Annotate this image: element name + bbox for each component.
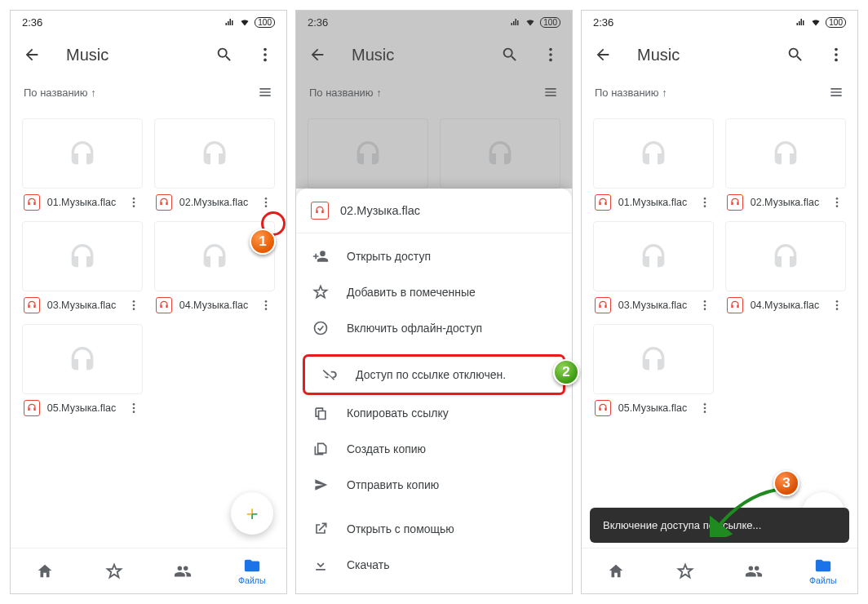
signal-icon [509, 17, 520, 27]
sheet-item-share[interactable]: Открыть доступ [296, 238, 572, 274]
file-name: 04.Музыка.flac [748, 300, 823, 311]
more-icon[interactable] [825, 43, 848, 66]
svg-point-24 [835, 59, 838, 62]
svg-point-6 [265, 198, 268, 200]
sort-row[interactable]: По названию ↑ [296, 76, 572, 109]
snackbar: Включение доступа по ссылке... [590, 508, 849, 543]
back-icon[interactable] [306, 43, 329, 66]
file-more-icon[interactable] [125, 192, 143, 213]
file-item[interactable]: 01.Музыка.flac [593, 118, 714, 213]
nav-home[interactable] [11, 548, 80, 593]
svg-point-37 [704, 403, 706, 406]
view-list-icon[interactable] [542, 84, 559, 100]
nav-home[interactable] [582, 548, 651, 593]
file-more-icon[interactable] [125, 397, 143, 419]
file-more-icon[interactable] [257, 295, 275, 316]
nav-shared[interactable] [148, 548, 218, 593]
svg-point-13 [265, 304, 268, 307]
headphones-icon [66, 343, 99, 375]
file-more-icon[interactable] [257, 192, 275, 213]
sheet-item-label: Открыть с помощью [347, 522, 454, 535]
sheet-item-label: Включить офлайн-доступ [347, 322, 482, 335]
sort-row[interactable]: По названию ↑ [582, 76, 857, 109]
nav-shared[interactable] [720, 548, 789, 593]
svg-point-21 [315, 322, 327, 335]
file-more-icon[interactable] [125, 295, 143, 316]
status-time: 2:36 [308, 16, 328, 29]
file-item[interactable]: 02.Музыка.flac [154, 118, 275, 213]
headphones-icon [352, 137, 384, 170]
page-title: Music [352, 46, 480, 64]
search-icon[interactable] [498, 43, 521, 66]
sheet-item-label: Копировать ссылку [347, 406, 449, 420]
nav-starred[interactable] [80, 548, 149, 593]
svg-point-25 [704, 198, 706, 200]
star-icon [105, 562, 123, 580]
back-icon[interactable] [591, 43, 614, 66]
sort-label: По названию [24, 87, 88, 99]
audio-file-icon [24, 297, 40, 313]
search-icon[interactable] [784, 43, 807, 66]
back-icon[interactable] [20, 43, 43, 66]
view-list-icon[interactable] [828, 84, 844, 100]
nav-files[interactable]: Файлы [218, 548, 287, 593]
file-grid [296, 109, 572, 189]
sheet-list: Открыть доступ Добавить в помеченные Вкл… [296, 233, 572, 593]
sheet-item-label: Скачать [347, 558, 390, 571]
page-title: Music [66, 46, 195, 64]
sheet-item-star[interactable]: Добавить в помеченные [296, 274, 572, 310]
file-item[interactable]: 05.Музыка.flac [22, 324, 143, 419]
star-icon [676, 562, 694, 580]
copy-icon [312, 405, 329, 421]
file-item[interactable]: 05.Музыка.flac [593, 324, 714, 419]
svg-point-0 [264, 48, 267, 51]
file-thumb [154, 118, 275, 189]
sheet-item-offline[interactable]: Включить офлайн-доступ [296, 310, 572, 346]
sheet-item-open-with[interactable]: Открыть с помощью [296, 511, 572, 547]
file-item[interactable]: 03.Музыка.flac [22, 221, 143, 316]
headphones-icon [637, 137, 670, 170]
file-item[interactable]: 04.Музыка.flac [725, 221, 846, 316]
callout-step-1: 1 [250, 229, 276, 255]
audio-file-icon [24, 400, 40, 416]
svg-point-35 [836, 304, 839, 307]
file-more-icon[interactable] [828, 192, 846, 213]
search-icon[interactable] [213, 43, 236, 66]
audio-file-icon [595, 297, 611, 313]
view-list-icon[interactable] [257, 84, 273, 100]
open-in-new-icon [312, 521, 329, 537]
svg-point-14 [265, 308, 268, 310]
headphones-icon [198, 137, 231, 170]
file-item[interactable]: 01.Музыка.flac [22, 118, 143, 213]
more-icon[interactable] [539, 43, 562, 66]
sheet-item-make-copy[interactable]: Создать копию [296, 431, 572, 467]
bottom-nav: Файлы [11, 548, 286, 593]
battery-icon: 100 [255, 17, 275, 28]
file-item[interactable]: 03.Музыка.flac [593, 221, 714, 316]
sheet-item-rename[interactable]: Переименовать [296, 583, 572, 593]
svg-point-39 [704, 411, 706, 413]
headphones-icon [198, 240, 231, 273]
nav-files[interactable]: Файлы [789, 548, 858, 593]
svg-point-2 [264, 59, 267, 62]
sheet-item-send-copy[interactable]: Отправить копию [296, 467, 572, 503]
file-name: 05.Музыка.flac [616, 402, 691, 414]
file-item[interactable]: 02.Музыка.flac [725, 118, 846, 213]
file-more-icon[interactable] [696, 295, 714, 316]
file-name: 01.Музыка.flac [45, 197, 120, 208]
sheet-item-download[interactable]: Скачать [296, 547, 572, 583]
app-bar: Music [11, 33, 286, 76]
file-more-icon[interactable] [696, 192, 714, 213]
wifi-icon [525, 17, 536, 27]
callout-step-3: 3 [773, 470, 799, 496]
more-icon[interactable] [254, 43, 277, 66]
file-more-icon[interactable] [828, 295, 846, 316]
sheet-item-link-access[interactable]: Доступ по ссылке отключен. [303, 354, 565, 395]
sort-dir-icon: ↑ [376, 87, 382, 99]
sort-row[interactable]: По названию ↑ [11, 76, 286, 109]
file-more-icon[interactable] [696, 397, 714, 419]
nav-starred[interactable] [651, 548, 720, 593]
sheet-item-copy-link[interactable]: Копировать ссылку [296, 395, 572, 431]
fab-add-button[interactable]: + [231, 492, 273, 535]
svg-point-36 [836, 308, 839, 310]
